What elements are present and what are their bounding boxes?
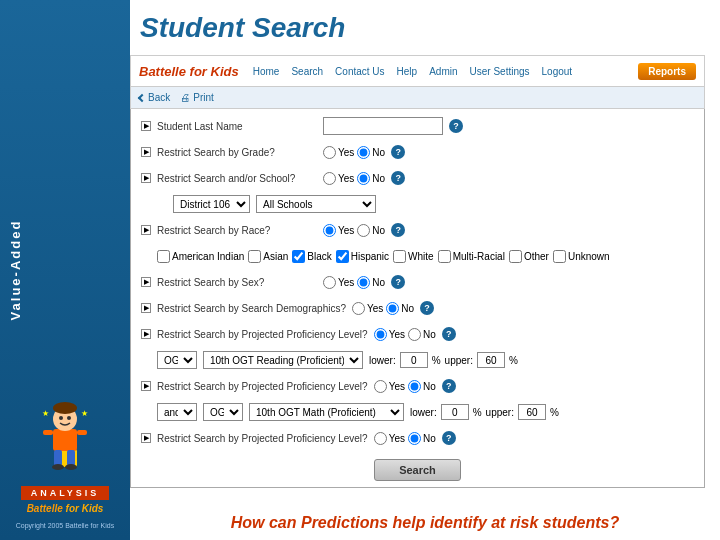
district-no-label[interactable]: No	[357, 172, 385, 185]
proj3-yes-label[interactable]: Yes	[374, 432, 405, 445]
district-yes-label[interactable]: Yes	[323, 172, 354, 185]
nav-user-settings[interactable]: User Settings	[470, 66, 530, 77]
race-help-icon[interactable]: ?	[391, 223, 405, 237]
race-black-cb[interactable]	[292, 250, 305, 263]
bfk-kids: Kids	[211, 64, 239, 79]
sidebar-bfk-for: for	[66, 503, 79, 514]
race-no-label[interactable]: No	[357, 224, 385, 237]
ogt1-reading-select[interactable]: 10th OGT Reading (Proficient)	[203, 351, 363, 369]
ogt2-math-select[interactable]: 10th OGT Math (Proficient)	[249, 403, 404, 421]
and-select[interactable]: and	[157, 403, 197, 421]
nav-search[interactable]: Search	[291, 66, 323, 77]
race-hispanic-label: Hispanic	[351, 251, 389, 262]
lower1-input[interactable]	[400, 352, 428, 368]
upper1-percent: %	[509, 355, 518, 366]
proj3-no-label[interactable]: No	[408, 432, 436, 445]
svg-point-4	[53, 402, 77, 414]
proj3-no-radio[interactable]	[408, 432, 421, 445]
restrict-grade-label: Restrict Search by Grade?	[157, 147, 317, 158]
proj1-no-label[interactable]: No	[408, 328, 436, 341]
nav-admin[interactable]: Admin	[429, 66, 457, 77]
expand-race[interactable]: ▶	[141, 225, 151, 235]
search-button-row: Search	[141, 459, 694, 481]
sidebar-bottom: ★ ★ ANALYSIS Battelle for Kids Copyright…	[16, 394, 114, 530]
proj2-radio-group: Yes No	[374, 380, 436, 393]
proj2-yes-radio[interactable]	[374, 380, 387, 393]
sex-no-radio[interactable]	[357, 276, 370, 289]
expand-last-name[interactable]: ▶	[141, 121, 151, 131]
proj3-yes-radio[interactable]	[374, 432, 387, 445]
race-hispanic-cb[interactable]	[336, 250, 349, 263]
race-radio-group: Yes No	[323, 224, 385, 237]
race-yes-label[interactable]: Yes	[323, 224, 354, 237]
restrict-proj2-row: ▶ Restrict Search by Projected Proficien…	[141, 375, 694, 397]
last-name-input[interactable]	[323, 117, 443, 135]
race-white: White	[393, 250, 434, 263]
proj2-no-label[interactable]: No	[408, 380, 436, 393]
race-white-cb[interactable]	[393, 250, 406, 263]
grade-yes-label[interactable]: Yes	[323, 146, 354, 159]
lower2-input[interactable]	[441, 404, 469, 420]
print-button[interactable]: 🖨 Print	[180, 92, 214, 103]
district-help-icon[interactable]: ?	[391, 171, 405, 185]
district-no-radio[interactable]	[357, 172, 370, 185]
grade-no-label[interactable]: No	[357, 146, 385, 159]
race-multi-cb[interactable]	[438, 250, 451, 263]
sex-no-label[interactable]: No	[357, 276, 385, 289]
slide-title: Student Search	[140, 12, 345, 44]
race-asian-cb[interactable]	[248, 250, 261, 263]
proj2-yes-label[interactable]: Yes	[374, 380, 405, 393]
sex-yes-radio[interactable]	[323, 276, 336, 289]
expand-grade[interactable]: ▶	[141, 147, 151, 157]
back-button[interactable]: Back	[139, 92, 170, 103]
demo-radio-group: Yes No	[352, 302, 414, 315]
proj1-help-icon[interactable]: ?	[442, 327, 456, 341]
proj1-yes-label[interactable]: Yes	[374, 328, 405, 341]
proj2-help-icon[interactable]: ?	[442, 379, 456, 393]
grade-no-radio[interactable]	[357, 146, 370, 159]
proj1-yes-radio[interactable]	[374, 328, 387, 341]
print-icon: 🖨	[180, 92, 190, 103]
demo-yes-radio[interactable]	[352, 302, 365, 315]
expand-demo[interactable]: ▶	[141, 303, 151, 313]
upper1-input[interactable]	[477, 352, 505, 368]
proj1-no-radio[interactable]	[408, 328, 421, 341]
grade-yes-radio[interactable]	[323, 146, 336, 159]
restrict-district-label: Restrict Search and/or School?	[157, 173, 317, 184]
proj3-help-icon[interactable]: ?	[442, 431, 456, 445]
race-unknown-cb[interactable]	[553, 250, 566, 263]
district-yes-radio[interactable]	[323, 172, 336, 185]
lower2-percent: %	[473, 407, 482, 418]
race-yes-radio[interactable]	[323, 224, 336, 237]
race-hispanic: Hispanic	[336, 250, 389, 263]
grade-help-icon[interactable]: ?	[391, 145, 405, 159]
demo-no-label[interactable]: No	[386, 302, 414, 315]
nav-help[interactable]: Help	[397, 66, 418, 77]
expand-proj1[interactable]: ▶	[141, 329, 151, 339]
ogt1-select[interactable]: OGT	[157, 351, 197, 369]
nav-home[interactable]: Home	[253, 66, 280, 77]
demo-yes-label[interactable]: Yes	[352, 302, 383, 315]
nav-contact[interactable]: Contact Us	[335, 66, 384, 77]
ogt2-select[interactable]: OGT	[203, 403, 243, 421]
demo-no-radio[interactable]	[386, 302, 399, 315]
expand-sex[interactable]: ▶	[141, 277, 151, 287]
upper2-input[interactable]	[518, 404, 546, 420]
expand-proj3[interactable]: ▶	[141, 433, 151, 443]
expand-district[interactable]: ▶	[141, 173, 151, 183]
last-name-help-icon[interactable]: ?	[449, 119, 463, 133]
reports-button[interactable]: Reports	[638, 63, 696, 80]
race-no-radio[interactable]	[357, 224, 370, 237]
school-select[interactable]: All Schools	[256, 195, 376, 213]
demo-help-icon[interactable]: ?	[420, 301, 434, 315]
race-american-indian-cb[interactable]	[157, 250, 170, 263]
race-other-cb[interactable]	[509, 250, 522, 263]
sex-yes-label[interactable]: Yes	[323, 276, 354, 289]
nav-logout[interactable]: Logout	[542, 66, 573, 77]
district-select[interactable]: District 106	[173, 195, 250, 213]
expand-proj2[interactable]: ▶	[141, 381, 151, 391]
upper1-label: upper:	[445, 355, 473, 366]
sex-help-icon[interactable]: ?	[391, 275, 405, 289]
search-button[interactable]: Search	[374, 459, 461, 481]
proj2-no-radio[interactable]	[408, 380, 421, 393]
